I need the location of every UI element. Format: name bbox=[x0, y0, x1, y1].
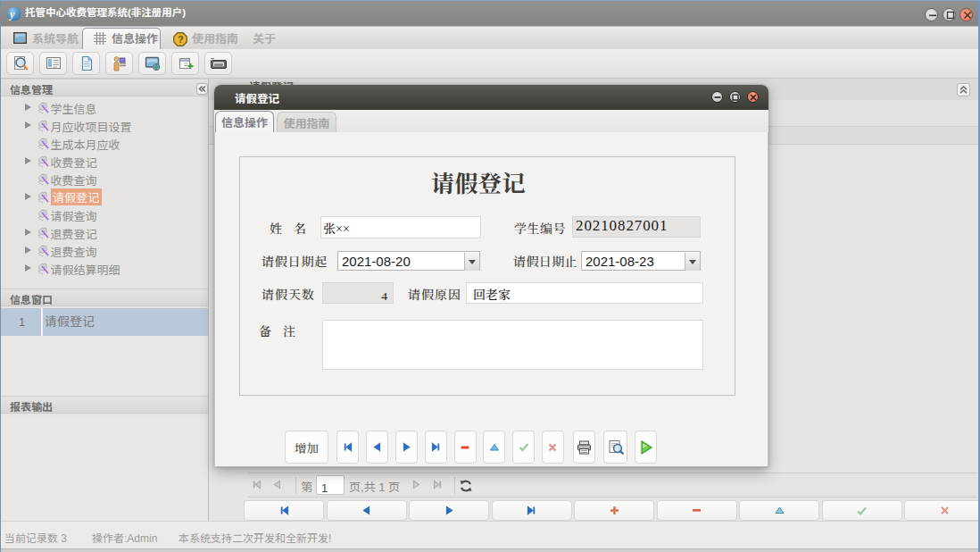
svg-text:?: ? bbox=[178, 34, 184, 45]
svg-text:y: y bbox=[8, 8, 15, 21]
